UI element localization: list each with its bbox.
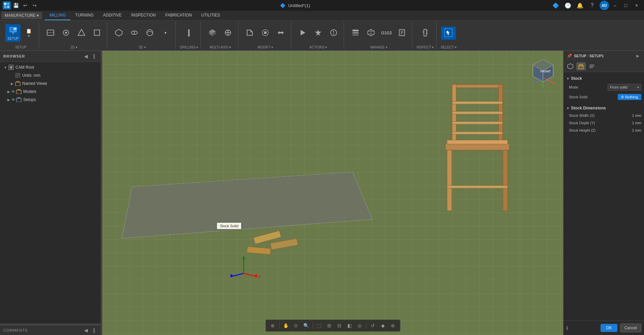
models-icon xyxy=(16,89,22,95)
2d-btn-3[interactable] xyxy=(74,27,89,39)
info-icon[interactable]: ℹ xyxy=(566,325,568,331)
fusion-icon[interactable]: 🔷 xyxy=(551,1,561,10)
actions-btn-3[interactable] xyxy=(326,27,341,39)
manage-btn-3[interactable]: G1G2 xyxy=(379,30,394,36)
tree-item-cam-root[interactable]: CAM Root xyxy=(0,63,101,71)
tree-item-named-views[interactable]: Named Views xyxy=(0,79,101,88)
stock-solid-label: Stock Solid xyxy=(569,95,605,99)
vp-nav-icon[interactable]: ⊕ xyxy=(268,321,277,330)
multiaxis-btn-2[interactable] xyxy=(221,27,235,39)
setup-icon xyxy=(8,26,18,36)
user-avatar[interactable]: AD xyxy=(600,1,609,10)
tab-additive[interactable]: ADDITIVE xyxy=(98,11,126,20)
setups-arrow-icon xyxy=(6,97,11,102)
manage-icon-2 xyxy=(367,29,375,38)
setup-panel-pin-icon[interactable]: 📌 xyxy=(567,54,572,58)
comments-toggle-icon[interactable]: ◀ xyxy=(82,327,89,334)
drilling-btn[interactable] xyxy=(181,27,196,39)
redo-button[interactable]: ↪ xyxy=(30,1,39,10)
svg-marker-17 xyxy=(188,35,190,37)
select-btn[interactable] xyxy=(441,27,456,40)
modify-btn-3[interactable] xyxy=(273,27,288,39)
actions-btn-1[interactable] xyxy=(295,27,310,39)
vp-material-icon[interactable]: ◆ xyxy=(378,321,387,330)
clock-icon[interactable]: 🕐 xyxy=(563,1,573,10)
modify-btn-1[interactable] xyxy=(242,27,257,39)
multiaxis-btn-1[interactable] xyxy=(205,27,220,39)
bell-icon[interactable]: 🔔 xyxy=(575,1,585,10)
vp-pan-icon[interactable]: ✋ xyxy=(281,321,290,330)
tree-item-models[interactable]: 👁 Models xyxy=(0,88,101,96)
svg-rect-61 xyxy=(270,238,298,250)
modify-btn-2[interactable] xyxy=(258,27,273,39)
ribbon-tabs: MANUFACTURE ▾ MILLING TURNING ADDITIVE I… xyxy=(0,11,644,21)
vp-grid-icon[interactable]: ⊞ xyxy=(325,321,334,330)
manage-btn-4[interactable] xyxy=(395,27,409,39)
browser-toggle-icon[interactable]: ◀ xyxy=(82,53,89,60)
inspect-btn[interactable] xyxy=(418,27,433,39)
tab-turning[interactable]: TURNING xyxy=(70,11,98,20)
3d-btn-1[interactable] xyxy=(111,27,126,39)
3d-btn-4[interactable]: ▼ xyxy=(158,30,173,36)
inspect-buttons xyxy=(418,22,433,44)
save-button[interactable]: 💾 xyxy=(11,1,20,10)
manage-btn-1[interactable] xyxy=(348,27,363,39)
vp-display-icon[interactable]: ⊟ xyxy=(335,321,344,330)
stock-width-row: Stock Width (X) 1 mm xyxy=(566,112,641,119)
help-icon[interactable]: ? xyxy=(587,1,597,10)
ribbon-group-setup: SETUP 📋 ▾ SETUP xyxy=(3,22,39,49)
manufacture-dropdown[interactable]: MANUFACTURE ▾ xyxy=(1,12,42,19)
tree-item-units[interactable]: Units: mm xyxy=(0,71,101,79)
comments-splitter-icon[interactable]: ‖ xyxy=(91,327,97,334)
vp-zoom-icon[interactable]: 🔍 xyxy=(302,321,310,330)
maximize-button[interactable]: □ xyxy=(621,2,631,9)
setups-label: Setups xyxy=(23,97,36,102)
vp-appearance-icon[interactable]: ◎ xyxy=(355,321,364,330)
setup-panel-collapse-icon[interactable]: ▶ xyxy=(635,53,641,59)
setup-tab-sheets[interactable] xyxy=(587,62,597,70)
view-cube[interactable]: FRONT X Z xyxy=(530,58,556,85)
close-button[interactable]: × xyxy=(632,2,641,9)
ok-button[interactable]: OK xyxy=(601,324,617,332)
select-buttons xyxy=(441,22,456,44)
stock-section-header[interactable]: ▼ Stock xyxy=(566,75,641,82)
browser-tree: CAM Root Units: mm Named Views xyxy=(0,62,101,324)
vp-orbit-icon[interactable]: ⊙ xyxy=(292,321,300,330)
tree-item-setups[interactable]: 👁 Setups xyxy=(0,96,101,104)
tab-inspection[interactable]: INSPECTION xyxy=(126,11,160,20)
actions-btn-2[interactable] xyxy=(311,27,326,39)
3d-buttons: ▼ xyxy=(111,22,173,44)
setup-button[interactable]: SETUP xyxy=(5,24,21,42)
undo-button[interactable]: ↩ xyxy=(21,1,30,10)
tab-fabrication[interactable]: FABRICATION xyxy=(161,11,197,20)
cancel-button[interactable]: Cancel xyxy=(620,324,641,332)
mode-select[interactable]: From solid ▾ xyxy=(608,84,641,91)
2d-btn-4[interactable] xyxy=(90,27,104,39)
units-label: Units: mm xyxy=(22,73,40,78)
setup-dropdown-button[interactable]: 📋 ▾ xyxy=(21,27,36,39)
browser-splitter-icon[interactable]: ‖ xyxy=(91,53,97,60)
2d-btn-1[interactable] xyxy=(43,27,58,39)
viewport[interactable]: X Stock Solid FRONT X xyxy=(102,51,563,335)
stock-dimensions-section-header[interactable]: ▼ Stock Dimensions xyxy=(566,104,641,112)
vp-fit-icon[interactable]: ⬚ xyxy=(315,321,324,330)
vp-render-icon[interactable]: ↺ xyxy=(368,321,377,330)
vp-more-icon[interactable]: ⊛ xyxy=(388,321,397,330)
3d-btn-2[interactable] xyxy=(127,27,142,39)
3d-btn-3[interactable] xyxy=(142,27,157,39)
ribbon-group-multiaxis: MULTI-AXIS ▾ xyxy=(202,22,238,49)
setup-tab-model[interactable] xyxy=(566,62,575,70)
vp-view-icon[interactable]: ◧ xyxy=(345,321,354,330)
2d-btn-2[interactable] xyxy=(59,27,73,39)
inspect-icon xyxy=(421,29,429,38)
nothing-button[interactable]: Nothing xyxy=(618,94,641,100)
tab-utilities[interactable]: UTILITIES xyxy=(197,11,225,20)
axes-indicator: X xyxy=(227,253,261,281)
svg-marker-7 xyxy=(12,32,14,34)
manage-btn-2[interactable] xyxy=(364,27,378,39)
svg-marker-23 xyxy=(301,30,305,35)
setup-tab-stock[interactable] xyxy=(576,62,586,70)
minimize-button[interactable]: – xyxy=(610,2,620,9)
svg-rect-12 xyxy=(94,30,100,35)
tab-milling[interactable]: MILLING xyxy=(45,11,70,20)
